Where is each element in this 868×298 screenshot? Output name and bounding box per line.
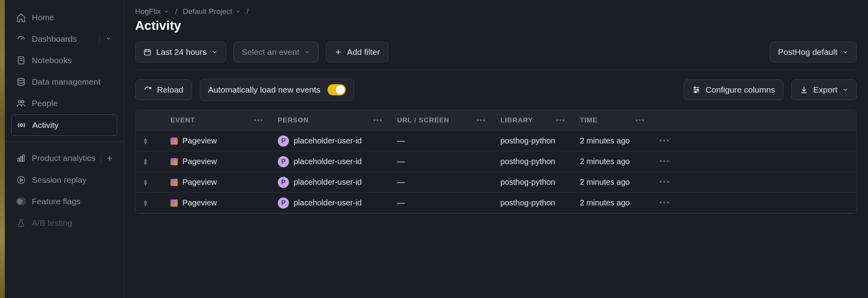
chevron-down-icon (842, 49, 849, 55)
event-type-icon (170, 179, 178, 186)
auto-load-switch[interactable] (327, 84, 346, 95)
column-menu-icon[interactable]: ••• (373, 116, 383, 124)
sidebar-item-label: Feature flags (32, 197, 112, 206)
sidebar-divider (5, 141, 124, 142)
row-menu-icon[interactable]: ••• (652, 157, 680, 166)
svg-rect-11 (145, 50, 151, 55)
expand-handle-icon[interactable]: ▲▼ (143, 137, 148, 144)
event-select-button[interactable]: Select an event (233, 42, 319, 62)
time-value: 2 minutes ago (580, 136, 630, 145)
col-label: PERSON (278, 116, 309, 124)
avatar: P (278, 156, 289, 167)
breadcrumb-org[interactable]: HogFlix (135, 7, 169, 16)
chevron-down-icon[interactable] (105, 34, 112, 44)
reload-icon (143, 85, 152, 94)
column-menu-icon[interactable]: ••• (556, 116, 566, 124)
date-range-button[interactable]: Last 24 hours (135, 42, 226, 62)
breadcrumb-sep: / (175, 7, 177, 16)
avatar: P (278, 197, 289, 209)
table-row[interactable]: ▲▼ Pageview Pplaceholder-user-id — posth… (136, 131, 856, 151)
flask-icon (16, 218, 26, 228)
col-library[interactable]: LIBRARY ••• (493, 116, 573, 124)
library-value: posthog-python (500, 136, 555, 145)
col-label: EVENT (170, 116, 195, 124)
col-person[interactable]: PERSON ••• (271, 116, 390, 124)
col-time[interactable]: TIME ••• (573, 116, 652, 124)
sidebar: Home Dashboards Notebooks Data managemen… (5, 0, 124, 298)
col-label: URL / SCREEN (397, 116, 450, 124)
plus-icon[interactable]: + (107, 153, 112, 164)
svg-point-6 (20, 124, 23, 126)
breadcrumb-org-label: HogFlix (135, 7, 161, 16)
table-header: EVENT ••• PERSON ••• URL / SCREEN ••• LI… (136, 110, 856, 131)
activity-icon (16, 120, 27, 130)
event-type-icon (170, 137, 178, 145)
avatar: P (278, 177, 289, 188)
sidebar-item-notebooks[interactable]: Notebooks (11, 50, 117, 71)
column-menu-icon[interactable]: ••• (254, 116, 264, 124)
events-table: EVENT ••• PERSON ••• URL / SCREEN ••• LI… (135, 110, 857, 214)
row-menu-icon[interactable]: ••• (652, 199, 680, 207)
svg-point-22 (695, 91, 697, 93)
url-screen-value: — (397, 136, 405, 145)
divider (99, 35, 100, 43)
database-icon (16, 77, 26, 87)
url-screen-value: — (397, 198, 405, 207)
sidebar-item-dashboards[interactable]: Dashboards (11, 29, 117, 49)
table-row[interactable]: ▲▼ Pageview Pplaceholder-user-id — posth… (136, 172, 856, 193)
add-filter-label: Add filter (347, 47, 380, 57)
col-event[interactable]: EVENT ••• (163, 116, 271, 124)
chevron-down-icon (304, 49, 310, 55)
col-label: LIBRARY (500, 116, 533, 124)
col-url[interactable]: URL / SCREEN ••• (390, 116, 493, 124)
export-button[interactable]: Export (791, 79, 857, 100)
auto-load-label: Automatically load new events (208, 85, 321, 95)
event-name: Pageview (182, 157, 217, 166)
sidebar-item-product-analytics[interactable]: Product analytics + (11, 147, 117, 169)
expand-handle-icon[interactable]: ▲▼ (143, 199, 148, 206)
expand-handle-icon[interactable]: ▲▼ (143, 158, 148, 165)
chevron-down-icon (842, 87, 849, 93)
sidebar-item-ab-testing[interactable]: A/B testing (11, 213, 117, 233)
column-config-label: PostHog default (778, 47, 837, 57)
sidebar-item-data-management[interactable]: Data management (11, 72, 117, 92)
event-name: Pageview (182, 136, 217, 145)
person-id: placeholder-user-id (294, 178, 362, 187)
sidebar-item-label: People (32, 99, 112, 108)
sidebar-item-feature-flags[interactable]: Feature flags (11, 191, 117, 212)
chevron-down-icon (164, 9, 169, 14)
library-value: posthog-python (500, 178, 555, 187)
sidebar-item-home[interactable]: Home (11, 7, 117, 28)
sidebar-item-people[interactable]: People (11, 93, 117, 114)
sidebar-item-session-replay[interactable]: Session replay (11, 170, 117, 190)
column-menu-icon[interactable]: ••• (477, 116, 486, 124)
main-content: HogFlix / Default Project / Activity Las… (124, 0, 868, 298)
table-row[interactable]: ▲▼ Pageview Pplaceholder-user-id — posth… (136, 151, 856, 172)
reload-button[interactable]: Reload (135, 79, 192, 100)
expand-handle-icon[interactable]: ▲▼ (143, 179, 148, 186)
chevron-down-icon (211, 49, 218, 55)
home-icon (16, 12, 26, 23)
breadcrumb-project[interactable]: Default Project (183, 7, 241, 16)
breadcrumb-project-label: Default Project (183, 7, 232, 16)
configure-columns-label: Configure columns (705, 85, 775, 95)
column-config-button[interactable]: PostHog default (770, 42, 857, 62)
action-toolbar: Reload Automatically load new events Con… (135, 79, 857, 101)
sidebar-item-label: Data management (32, 77, 112, 87)
reload-label: Reload (157, 85, 184, 95)
sidebar-item-activity[interactable]: Activity (11, 114, 117, 136)
event-name: Pageview (182, 178, 217, 187)
table-row[interactable]: ▲▼ Pageview Pplaceholder-user-id — posth… (136, 193, 856, 213)
column-menu-icon[interactable]: ••• (636, 116, 645, 124)
event-select-label: Select an event (242, 47, 299, 57)
configure-columns-button[interactable]: Configure columns (684, 79, 783, 100)
date-range-label: Last 24 hours (156, 47, 207, 57)
avatar: P (278, 135, 289, 147)
row-menu-icon[interactable]: ••• (652, 137, 680, 145)
person-id: placeholder-user-id (294, 157, 362, 166)
svg-point-3 (18, 78, 24, 81)
row-menu-icon[interactable]: ••• (652, 178, 680, 186)
event-name: Pageview (182, 198, 217, 207)
add-filter-button[interactable]: Add filter (326, 42, 388, 62)
sliders-icon (692, 85, 701, 94)
